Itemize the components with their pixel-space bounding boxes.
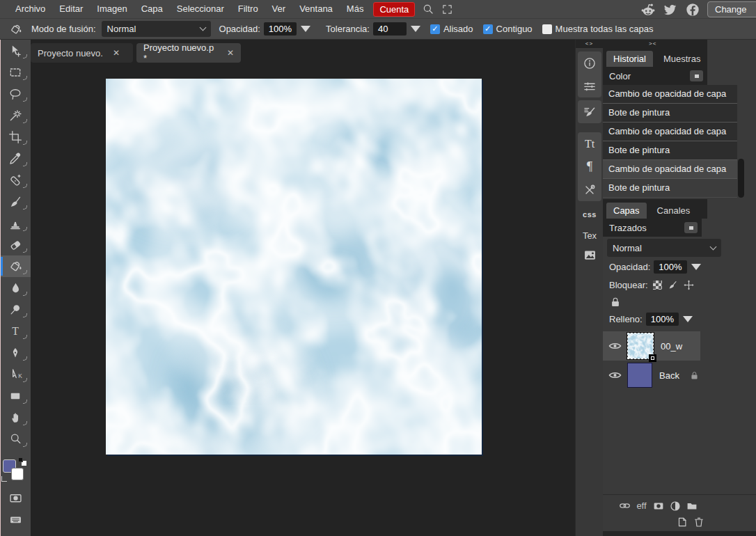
brush-settings-icon[interactable]	[578, 100, 601, 123]
layer-blend-dropdown[interactable]: Normal	[607, 239, 721, 257]
history-item[interactable]: Bote de pintura	[603, 104, 737, 123]
muestra-todas-checkbox[interactable]	[542, 24, 552, 34]
zoom-tool[interactable]	[0, 428, 31, 450]
layer-name[interactable]: Back	[659, 370, 679, 381]
layer-row-water[interactable]: 00_w	[603, 331, 700, 361]
css-panel-icon[interactable]: css	[576, 205, 604, 223]
panel-collapse-control[interactable]: ><	[603, 40, 707, 48]
keyboard-shortcuts-icon[interactable]	[0, 509, 31, 530]
panel-menu-icon[interactable]	[684, 222, 698, 233]
lock-transparency-icon[interactable]	[653, 281, 662, 290]
opacity-value[interactable]: 100%	[264, 22, 297, 36]
lock-position-icon[interactable]	[683, 279, 695, 291]
close-icon[interactable]: ✕	[227, 48, 234, 58]
tolerance-value[interactable]: 40	[373, 22, 407, 36]
magic-wand-tool[interactable]	[0, 104, 31, 126]
opacity-slider-arrow-icon[interactable]	[691, 264, 701, 270]
tolerance-slider-arrow-icon[interactable]	[411, 26, 420, 32]
healing-tool[interactable]	[0, 169, 31, 191]
menu-capa[interactable]: Capa	[134, 0, 170, 18]
lock-all-icon[interactable]	[609, 296, 622, 308]
layer-name[interactable]: 00_w	[661, 341, 682, 352]
dodge-tool[interactable]	[0, 299, 31, 320]
tab-canales[interactable]: Canales	[650, 203, 698, 219]
paint-bucket-tool[interactable]	[0, 255, 31, 277]
tab-capas[interactable]: Capas	[606, 203, 647, 219]
delete-layer-icon[interactable]	[692, 515, 705, 528]
pen-tool[interactable]	[0, 342, 31, 363]
character-panel-icon[interactable]: Tt	[578, 132, 601, 155]
menu-ver[interactable]: Ver	[265, 0, 293, 18]
tools-panel-icon[interactable]	[578, 178, 601, 201]
color-swatches[interactable]	[0, 455, 31, 487]
search-icon[interactable]	[422, 3, 434, 15]
document-canvas[interactable]	[106, 79, 482, 455]
lasso-tool[interactable]	[0, 83, 31, 104]
fullscreen-icon[interactable]	[441, 3, 453, 15]
new-group-icon[interactable]	[685, 499, 698, 512]
document-tab-2[interactable]: Proyecto nuevo.p * ✕	[136, 43, 241, 63]
menu-imagen[interactable]: Imagen	[90, 0, 134, 18]
menu-mas[interactable]: Más	[340, 0, 371, 18]
close-icon[interactable]: ✕	[113, 48, 120, 58]
alisado-checkbox[interactable]: ✓	[430, 24, 440, 34]
brush-tool[interactable]	[0, 191, 31, 212]
menu-filtro[interactable]: Filtro	[231, 0, 265, 18]
history-item[interactable]: Bote de pintura	[603, 179, 737, 198]
paragraph-panel-icon[interactable]: ¶	[578, 155, 601, 178]
change-language-button[interactable]: Change	[707, 1, 756, 17]
visibility-eye-icon[interactable]	[608, 370, 622, 380]
tex-panel-icon[interactable]: Tex	[576, 226, 604, 244]
panel-menu-icon[interactable]	[690, 70, 703, 81]
menu-seleccionar[interactable]: Seleccionar	[170, 0, 231, 18]
crop-tool[interactable]	[0, 126, 31, 148]
eraser-tool[interactable]	[0, 234, 31, 255]
history-item[interactable]: Cambio de opacidad de capa	[603, 123, 737, 141]
marquee-tool[interactable]	[0, 61, 31, 83]
document-tab-1[interactable]: Proyecto nuevo. ✕	[31, 43, 133, 63]
blur-tool[interactable]	[0, 277, 31, 299]
trazados-row[interactable]: Trazados	[603, 219, 702, 237]
menu-ventana[interactable]: Ventana	[292, 0, 340, 18]
add-mask-icon[interactable]	[652, 499, 665, 512]
menu-archivo[interactable]: Archivo	[8, 0, 52, 18]
history-scrollbar[interactable]	[738, 159, 744, 198]
info-icon[interactable]	[578, 52, 601, 74]
adjustment-layer-icon[interactable]	[668, 499, 682, 512]
twitter-icon[interactable]	[663, 2, 678, 17]
layer-effects-icon[interactable]: eff	[635, 499, 648, 512]
hand-tool[interactable]	[0, 407, 31, 428]
clone-stamp-tool[interactable]	[0, 212, 31, 234]
background-color-swatch[interactable]	[11, 468, 24, 480]
blend-mode-dropdown[interactable]: Normal	[102, 21, 211, 37]
fill-slider-arrow-icon[interactable]	[683, 316, 693, 322]
color-panel-row[interactable]: Color	[603, 67, 707, 85]
eyedropper-tool[interactable]	[0, 148, 31, 169]
reddit-icon[interactable]	[640, 2, 656, 17]
lock-pixels-icon[interactable]	[667, 280, 678, 291]
type-tool[interactable]: T	[0, 320, 31, 342]
layer-thumbnail[interactable]	[627, 363, 652, 388]
swap-colors-icon[interactable]	[1, 476, 7, 482]
new-layer-icon[interactable]	[675, 515, 688, 528]
contiguo-checkbox[interactable]: ✓	[483, 24, 493, 34]
rail-collapse-control[interactable]: <>	[576, 40, 603, 48]
layer-opacity-value[interactable]: 100%	[654, 260, 686, 274]
account-button[interactable]: Cuenta	[373, 2, 415, 17]
quick-mask-tool[interactable]	[0, 487, 31, 509]
opacity-slider-arrow-icon[interactable]	[301, 26, 310, 32]
image-panel-icon[interactable]	[576, 246, 604, 264]
history-item[interactable]: Cambio de opacidad de capa	[603, 160, 737, 179]
layer-row-back[interactable]: Back	[603, 361, 756, 390]
tab-historial[interactable]: Historial	[606, 51, 653, 67]
layer-fill-value[interactable]: 100%	[646, 313, 679, 326]
history-item[interactable]: Bote de pintura	[603, 141, 737, 160]
adjustments-icon[interactable]	[578, 74, 601, 97]
tab-muestras[interactable]: Muestras	[656, 51, 707, 67]
history-item[interactable]: Cambio de opacidad de capa	[603, 85, 737, 104]
facebook-icon[interactable]	[685, 2, 700, 17]
path-select-tool[interactable]: K	[0, 363, 31, 385]
layer-thumbnail[interactable]	[627, 333, 654, 359]
link-layers-icon[interactable]	[618, 499, 631, 512]
menu-editar[interactable]: Editar	[52, 0, 90, 18]
